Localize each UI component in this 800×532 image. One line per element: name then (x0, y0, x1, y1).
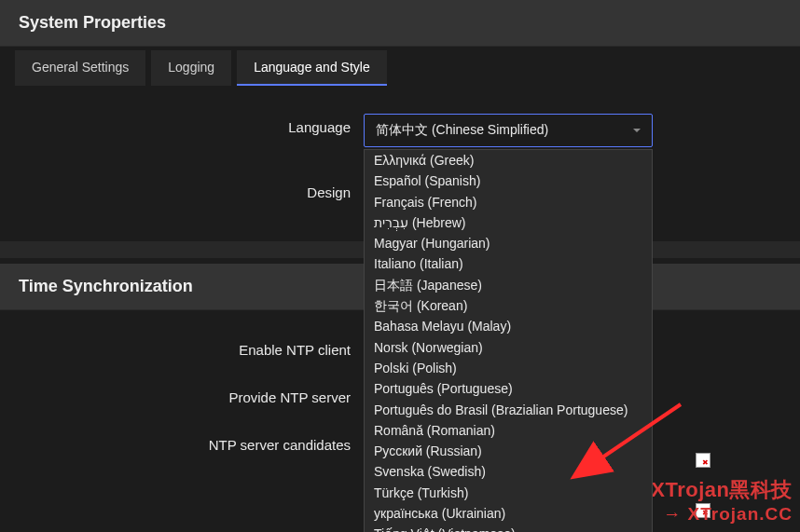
label-enable-ntp-client: Enable NTP client (26, 336, 364, 358)
watermark-line2: → XTrojan.CC (651, 504, 793, 525)
dropdown-item[interactable]: Norsk (Norwegian) (365, 337, 652, 358)
dropdown-item[interactable]: Bahasa Melayu (Malay) (365, 316, 652, 336)
label-provide-ntp-server: Provide NTP server (26, 384, 364, 405)
chevron-down-icon (633, 129, 641, 132)
dropdown-item[interactable]: Русский (Russian) (365, 441, 652, 461)
dropdown-item[interactable]: Italiano (Italian) (365, 253, 652, 274)
dropdown-item[interactable]: Français (French) (365, 192, 652, 212)
tab-general-settings[interactable]: General Settings (15, 50, 145, 86)
dropdown-item[interactable]: Português (Portuguese) (365, 378, 652, 399)
label-ntp-server-candidates: NTP server candidates (26, 431, 364, 453)
section-header-system-properties: System Properties (0, 0, 800, 47)
tabs-bar: General Settings Logging Language and St… (0, 50, 800, 86)
tab-language-and-style[interactable]: Language and Style (237, 50, 387, 86)
dropdown-item[interactable]: Português do Brasil (Brazialian Portugue… (365, 400, 652, 420)
tab-logging[interactable]: Logging (151, 50, 231, 86)
dropdown-item[interactable]: українська (Ukrainian) (365, 503, 652, 524)
label-design: Design (26, 179, 364, 200)
dropdown-item[interactable]: Español (Spanish) (365, 171, 652, 191)
dropdown-item[interactable]: 한국어 (Korean) (365, 295, 652, 316)
dropdown-item[interactable]: Polski (Polish) (365, 358, 652, 378)
dropdown-item[interactable]: Română (Romanian) (365, 420, 652, 441)
broken-image-icon (696, 503, 710, 518)
dropdown-item[interactable]: עִבְרִית (Hebrew) (365, 212, 652, 233)
dropdown-item[interactable]: Magyar (Hungarian) (365, 233, 652, 253)
dropdown-item[interactable]: Tiếng Việt (Vietnamese) (365, 524, 652, 532)
select-language-value: 简体中文 (Chinese Simplified) (376, 122, 548, 139)
dropdown-item[interactable]: 日本語 (Japanese) (365, 275, 652, 295)
dropdown-item[interactable]: Ελληνικά (Greek) (365, 150, 652, 171)
form-area-language-style: Language 简体中文 (Chinese Simplified) Ελλην… (0, 86, 800, 241)
select-language[interactable]: 简体中文 (Chinese Simplified) (364, 114, 653, 147)
dropdown-item[interactable]: Svenska (Swedish) (365, 461, 652, 482)
label-language: Language (26, 114, 364, 135)
broken-image-icon (696, 453, 710, 468)
dropdown-item[interactable]: Türkçe (Turkish) (365, 483, 652, 503)
dropdown-language[interactable]: Ελληνικά (Greek)Español (Spanish)Françai… (364, 149, 653, 532)
